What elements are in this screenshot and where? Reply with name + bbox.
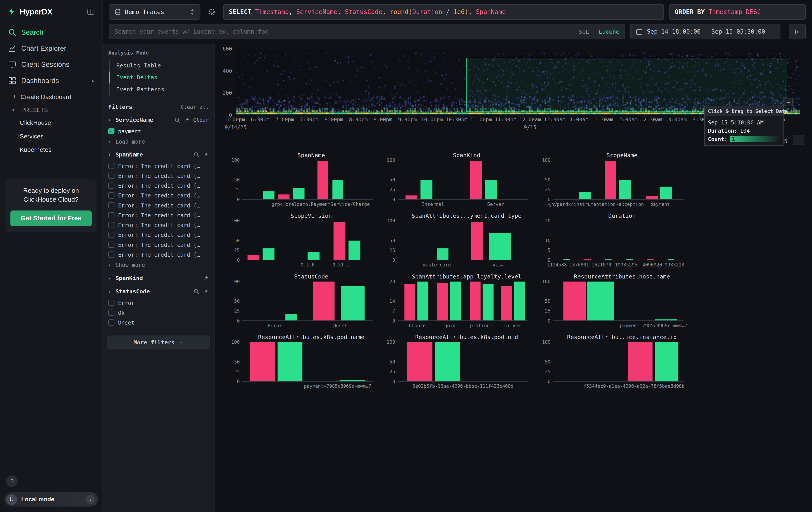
bar-inliers[interactable] (579, 192, 591, 199)
mini-chart-plot[interactable] (553, 221, 684, 260)
source-settings-button[interactable] (206, 8, 218, 16)
checkbox-unchecked[interactable] (108, 162, 115, 169)
filter-option[interactable]: Error (107, 298, 210, 307)
filter-option[interactable]: Error: The credit card (… (107, 240, 210, 249)
mini-chart-plot[interactable] (242, 342, 373, 381)
bar-inliers[interactable] (308, 252, 319, 260)
get-started-button[interactable]: Get Started for Free (10, 210, 92, 226)
filter-option[interactable]: Error: The credit card (… (107, 230, 210, 240)
filter-option[interactable]: Error: The credit card (… (107, 161, 210, 170)
filter-option[interactable]: Error: The credit card (… (107, 200, 210, 210)
bar-inliers[interactable] (489, 233, 512, 260)
bar-inliers[interactable] (563, 259, 570, 260)
language-sql-option[interactable]: SQL (579, 28, 589, 35)
bar-outliers[interactable] (317, 161, 328, 199)
pin-icon[interactable] (203, 152, 209, 158)
bar-inliers[interactable] (668, 259, 674, 260)
checkbox-checked[interactable] (108, 128, 115, 134)
bar-inliers[interactable] (278, 342, 302, 381)
bar-inliers[interactable] (450, 281, 461, 321)
search-icon[interactable] (194, 289, 199, 295)
next-page-button[interactable]: › (793, 135, 804, 145)
bar-inliers[interactable] (587, 281, 614, 321)
bar-inliers[interactable] (437, 248, 449, 260)
bar-inliers[interactable] (332, 180, 344, 199)
bar-outliers[interactable] (406, 195, 417, 199)
filter-option[interactable]: Error: The credit card (… (107, 170, 210, 180)
clear-all-button[interactable]: Clear all (180, 104, 208, 110)
run-query-button[interactable]: ▷ (789, 24, 806, 39)
order-by-input[interactable]: ORDER BY Timestamp DESC (669, 4, 806, 20)
bar-outliers[interactable] (605, 161, 616, 199)
checkbox-unchecked[interactable] (108, 299, 115, 306)
bar-inliers[interactable] (619, 180, 631, 199)
sidebar-item-kubernetes[interactable]: Kubernetes (12, 143, 94, 157)
filter-group-spankind[interactable]: ▸ SpanKind (107, 271, 210, 284)
sidebar-item-services[interactable]: Services (12, 130, 94, 143)
bar-outliers[interactable] (404, 284, 415, 320)
bar-outliers[interactable] (563, 281, 586, 321)
presets-toggle[interactable]: ▾ PRESETS (12, 104, 94, 116)
search-icon[interactable] (194, 152, 199, 158)
pin-icon[interactable] (184, 117, 190, 123)
filter-group-spanname[interactable]: ▾ SpanName (107, 147, 210, 161)
analysis-mode-event-deltas[interactable]: Event Deltas (109, 72, 210, 83)
sidebar-item-clickhouse[interactable]: ClickHouse (12, 116, 94, 130)
checkbox-unchecked[interactable] (108, 212, 115, 218)
checkbox-unchecked[interactable] (108, 182, 115, 189)
bar-outliers[interactable] (628, 342, 652, 381)
filter-option[interactable]: Unset (107, 317, 210, 327)
source-select[interactable]: Demo Traces (109, 4, 200, 20)
filter-option[interactable]: Error: The credit card (… (107, 249, 210, 259)
search-input[interactable] (115, 28, 575, 35)
bar-outliers[interactable] (470, 281, 481, 321)
checkbox-unchecked[interactable] (108, 202, 115, 208)
bar-outliers[interactable] (334, 222, 346, 260)
more-filters-button[interactable]: More filters ▾ (107, 335, 210, 350)
date-range-picker[interactable]: Sep 14 18:00:00 - Sep 15 05:30:00 (630, 24, 780, 39)
bar-outliers[interactable] (646, 196, 658, 199)
sidebar-collapse-icon[interactable] (87, 8, 95, 16)
bar-inliers[interactable] (435, 342, 460, 381)
bar-inliers[interactable] (483, 284, 494, 320)
bar-outliers[interactable] (501, 286, 512, 320)
checkbox-unchecked[interactable] (108, 251, 115, 257)
clear-filter-button[interactable]: Clear (193, 117, 208, 123)
bar-inliers[interactable] (293, 187, 304, 199)
mini-chart-plot[interactable] (398, 221, 528, 260)
bar-inliers[interactable] (263, 248, 274, 260)
selection-region[interactable] (466, 58, 787, 112)
bar-inliers[interactable] (514, 281, 525, 321)
filter-option[interactable]: Error: The credit card (… (107, 181, 210, 190)
filter-option[interactable]: Error: The credit card (… (107, 220, 210, 230)
mini-chart-plot[interactable] (242, 281, 373, 321)
language-lucene-option[interactable]: Lucene (599, 28, 619, 35)
checkbox-unchecked[interactable] (108, 222, 115, 228)
show-more-button[interactable]: › Show more (107, 259, 210, 271)
bar-outliers[interactable] (278, 194, 289, 199)
sidebar-item-chart-explorer[interactable]: Chart Explorer (0, 41, 102, 57)
sidebar-item-client-sessions[interactable]: Client Sessions (0, 57, 102, 73)
bar-outliers[interactable] (407, 342, 432, 381)
filter-group-servicename[interactable]: ▾ ServiceName Clear (107, 112, 210, 126)
bar-outliers[interactable] (470, 161, 482, 199)
checkbox-unchecked[interactable] (108, 241, 115, 247)
filter-group-statuscode[interactable]: ▾ StatusCode (107, 284, 210, 298)
bar-outliers[interactable] (248, 255, 259, 260)
mini-chart-plot[interactable] (242, 221, 373, 260)
bar-outliers[interactable] (437, 283, 448, 320)
filter-option[interactable]: Error: The credit card (… (107, 190, 210, 200)
mini-chart-plot[interactable] (398, 342, 528, 381)
mini-chart-plot[interactable] (553, 342, 684, 381)
filter-option[interactable]: Error: The credit card (… (107, 210, 210, 220)
load-more-button[interactable]: › Load more (107, 136, 210, 147)
checkbox-unchecked[interactable] (108, 232, 115, 238)
bar-inliers[interactable] (286, 314, 297, 320)
help-button[interactable]: ? (6, 476, 18, 487)
filter-option[interactable]: Ok (107, 307, 210, 317)
bar-outliers[interactable] (471, 222, 483, 260)
bar-inliers[interactable] (626, 259, 633, 260)
sql-select-input[interactable]: SELECT Timestamp, ServiceName, StatusCod… (223, 4, 664, 20)
checkbox-unchecked[interactable] (108, 192, 115, 198)
pin-icon[interactable] (203, 275, 209, 281)
